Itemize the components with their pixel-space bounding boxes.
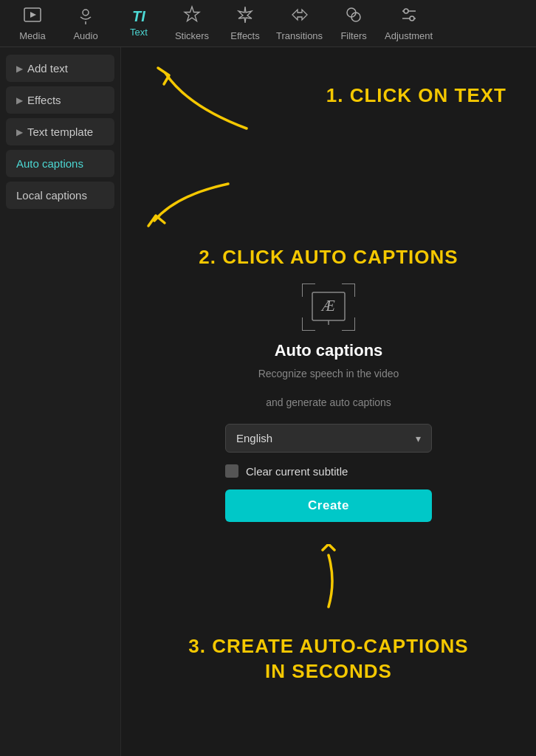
- sidebar-item-effects[interactable]: ▶ Effects: [6, 86, 114, 114]
- svg-point-9: [410, 16, 414, 21]
- clear-subtitle-checkbox[interactable]: [225, 464, 238, 478]
- adjustment-icon: [399, 5, 419, 27]
- nav-stickers[interactable]: Stickers: [165, 0, 219, 47]
- step1-text: 1. CLICK ON TEXT: [326, 84, 506, 107]
- media-icon: [23, 5, 42, 27]
- step2-text: 2. CLICK AUTO CAPTIONS: [199, 246, 458, 269]
- step3-annotation: 3. CREATE AUTO-CAPTIONS IN SECONDS: [136, 544, 521, 692]
- svg-marker-1: [30, 12, 36, 18]
- panel-description: Recognize speech in the video and genera…: [258, 366, 399, 424]
- arrow3-svg: [292, 544, 365, 618]
- main-layout: ▶ Add text ▶ Effects ▶ Text template Aut…: [0, 47, 536, 756]
- nav-media-label: Media: [19, 30, 45, 41]
- nav-effects-label: Effects: [230, 30, 260, 41]
- nav-transitions-label: Transitions: [276, 30, 323, 41]
- nav-transitions[interactable]: Transitions: [272, 0, 327, 47]
- step3-text-line1: 3. CREATE AUTO-CAPTIONS: [188, 634, 468, 659]
- chevron-down-icon: ▾: [416, 433, 421, 444]
- sidebar-text-template-label: Text template: [27, 126, 93, 138]
- clear-subtitle-label: Clear current subtitle: [246, 465, 348, 478]
- sidebar: ▶ Add text ▶ Effects ▶ Text template Aut…: [0, 47, 121, 756]
- sidebar-add-text-label: Add text: [27, 62, 68, 75]
- nav-adjustment-label: Adjustment: [385, 30, 433, 41]
- panel-title: Auto captions: [275, 341, 383, 360]
- nav-filters-label: Filters: [340, 30, 366, 41]
- nav-text[interactable]: TI Text: [112, 0, 165, 47]
- step2-annotation: 2. CLICK AUTO CAPTIONS: [136, 173, 521, 269]
- nav-filters[interactable]: Filters: [327, 0, 380, 47]
- nav-stickers-label: Stickers: [175, 30, 209, 41]
- create-button[interactable]: Create: [225, 489, 432, 522]
- sidebar-effects-label: Effects: [27, 94, 61, 106]
- sidebar-local-captions-label: Local captions: [16, 189, 87, 202]
- content-area: 1. CLICK ON TEXT 2. CLICK AUTO CAPTIONS: [121, 47, 536, 756]
- arrow-icon-3: ▶: [16, 127, 23, 137]
- text-icon: TI: [132, 9, 145, 24]
- nav-media[interactable]: Media: [6, 0, 59, 47]
- panel-desc-line2: and generate auto captions: [258, 395, 399, 410]
- panel-desc-line1: Recognize speech in the video: [258, 366, 399, 382]
- arrow1-svg: [143, 62, 261, 136]
- sidebar-item-auto-captions[interactable]: Auto captions: [6, 150, 114, 177]
- filters-icon: [344, 5, 363, 27]
- stickers-icon: [182, 5, 202, 27]
- audio-icon: [76, 5, 95, 27]
- nav-adjustment[interactable]: Adjustment: [380, 0, 437, 47]
- language-selected: English: [236, 432, 272, 444]
- sidebar-item-add-text[interactable]: ▶ Add text: [6, 55, 114, 82]
- svg-point-2: [83, 10, 89, 16]
- language-dropdown[interactable]: English ▾: [225, 424, 432, 453]
- step3-text-line2: IN SECONDS: [188, 659, 468, 684]
- sidebar-item-text-template[interactable]: ▶ Text template: [6, 118, 114, 145]
- arrow2-svg: [140, 173, 243, 232]
- top-nav: Media Audio TI Text Stickers Effects: [0, 0, 536, 47]
- svg-point-7: [404, 9, 408, 13]
- nav-audio[interactable]: Audio: [59, 0, 112, 47]
- effects-icon: [236, 5, 255, 27]
- nav-text-label: Text: [130, 27, 148, 38]
- svg-text:Æ: Æ: [320, 298, 335, 314]
- caption-icon-container: Æ: [302, 284, 355, 331]
- clear-subtitle-checkbox-row[interactable]: Clear current subtitle: [225, 464, 348, 478]
- nav-effects[interactable]: Effects: [219, 0, 272, 47]
- step1-annotation: 1. CLICK ON TEXT: [136, 62, 521, 165]
- step3-text-container: 3. CREATE AUTO-CAPTIONS IN SECONDS: [188, 634, 468, 684]
- caption-frame-svg: Æ: [302, 284, 355, 331]
- arrow-icon: ▶: [16, 63, 23, 74]
- nav-audio-label: Audio: [73, 30, 97, 41]
- auto-captions-panel: Æ Auto captions Recognize speech in the …: [136, 284, 521, 522]
- arrow-icon-2: ▶: [16, 95, 23, 106]
- transitions-icon: [290, 5, 309, 27]
- sidebar-item-local-captions[interactable]: Local captions: [6, 182, 114, 209]
- sidebar-auto-captions-label: Auto captions: [16, 157, 83, 170]
